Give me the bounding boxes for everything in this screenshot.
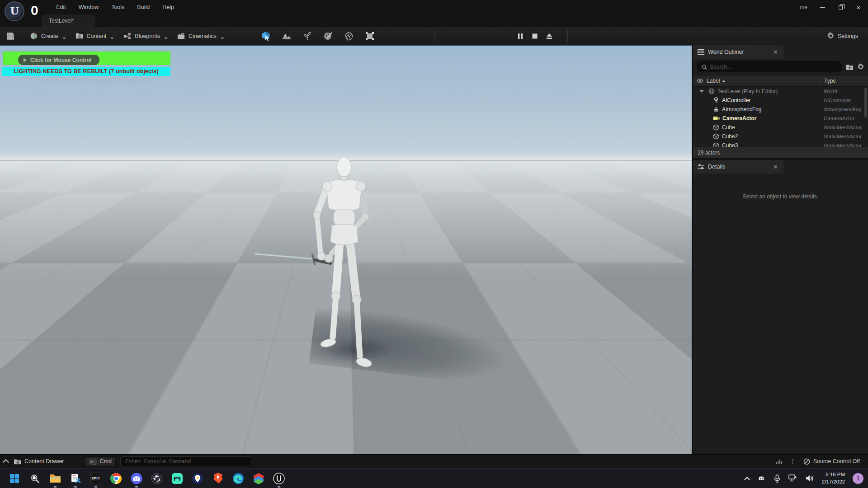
bluestacks-icon[interactable] (252, 472, 265, 485)
outliner-row-cube3[interactable]: Cube3 StaticMeshActor (693, 141, 868, 147)
close-icon[interactable]: ✕ (772, 49, 779, 56)
minimize-button[interactable] (819, 4, 826, 10)
cinematics-button[interactable]: Cinematics (172, 27, 229, 45)
content-button[interactable]: Content (71, 27, 119, 45)
user-label: me (800, 4, 807, 10)
tray-discord-icon[interactable] (757, 474, 766, 483)
3d-viewport[interactable]: LIGHTING NEEDS TO BE REBUILT (7 unbuilt … (0, 45, 692, 454)
play-controls (505, 33, 565, 40)
tray-volume-icon[interactable] (805, 474, 814, 482)
menu-tools[interactable]: Tools (105, 0, 131, 14)
more-options-icon[interactable]: ⋮ (790, 458, 796, 465)
fog-icon (713, 106, 719, 113)
details-empty-text: Select an object to view details. (693, 193, 868, 200)
expand-statusbar-icon[interactable] (3, 459, 9, 465)
modeling-mode-icon[interactable] (364, 31, 375, 42)
obs-icon[interactable] (151, 472, 163, 485)
performance-graph-icon[interactable] (775, 458, 783, 465)
outliner-search[interactable] (697, 61, 842, 72)
discord-icon[interactable] (130, 472, 143, 485)
status-bar: Content Drawer >_ Cmd ⋮ Source Control O… (0, 454, 868, 468)
unreal-engine-logo-icon[interactable]: U (5, 1, 24, 21)
outliner-row-cameraactor[interactable]: CameraActor CameraActor (693, 114, 868, 123)
epic-games-icon[interactable]: EPIC (90, 472, 102, 485)
brave-icon[interactable] (212, 472, 224, 485)
create-cube-icon (29, 32, 38, 40)
outliner-row-testlevel[interactable]: TestLevel (Play In Editor) World (693, 87, 868, 96)
windows-start-icon[interactable] (8, 472, 21, 485)
eject-button[interactable] (546, 33, 553, 40)
mouse-control-hint[interactable]: Click for Mouse Control (18, 55, 99, 65)
visibility-eye-icon[interactable] (693, 79, 707, 83)
suppress-hint: Use DisableAllScreenMessages to suppress (43, 77, 146, 83)
console-command-input[interactable] (120, 456, 251, 466)
windows-search-icon[interactable] (28, 472, 41, 485)
play-triangle-icon (24, 58, 27, 62)
terminal-icon: >_ (89, 459, 97, 465)
snipping-tool-icon[interactable] (69, 472, 82, 485)
outliner-icon (698, 49, 704, 55)
select-mode-icon[interactable] (260, 31, 271, 42)
tab-world-outliner[interactable]: World Outliner ✕ (693, 45, 783, 59)
pause-button[interactable] (517, 33, 524, 40)
search-input[interactable] (710, 64, 837, 70)
add-folder-icon[interactable] (846, 64, 854, 70)
tab-testlevel[interactable]: TestLevel* (42, 14, 95, 27)
source-control-button[interactable]: Source Control Off (803, 458, 860, 465)
save-button[interactable] (0, 27, 19, 45)
edge-icon[interactable] (232, 472, 245, 485)
medal-icon[interactable] (171, 472, 184, 485)
content-drawer-button[interactable]: Content Drawer (14, 458, 64, 465)
content-folder-icon (75, 32, 84, 40)
menu-build[interactable]: Build (131, 0, 156, 14)
tab-details[interactable]: Details ✕ (693, 160, 783, 174)
outliner-column-header: Label Type (693, 75, 868, 87)
close-icon[interactable]: ✕ (772, 164, 779, 170)
details-sliders-icon (698, 164, 704, 170)
tracker-pin-app-icon[interactable] (191, 472, 204, 485)
lighting-warning-bar: LIGHTING NEEDS TO BE REBUILT (7 unbuilt … (2, 67, 170, 76)
settings-button[interactable]: Settings (827, 32, 868, 40)
taskbar-clock[interactable]: 5:16 PM 2/17/2022 (822, 471, 845, 485)
create-button[interactable]: Create (25, 27, 71, 45)
tray-microphone-icon[interactable] (774, 474, 781, 483)
column-label[interactable]: Label (707, 78, 820, 84)
chrome-icon[interactable] (110, 472, 123, 485)
outliner-row-aicontroller[interactable]: AIController AIController (693, 96, 868, 105)
world-icon (708, 88, 715, 94)
tray-network-icon[interactable] (788, 474, 797, 482)
close-button[interactable]: × (855, 4, 862, 10)
outliner-settings-gear-icon[interactable] (857, 63, 864, 70)
tray-hidden-icons-chevron[interactable] (744, 477, 750, 483)
fracture-mode-icon[interactable] (344, 31, 354, 42)
editor-modes-group (260, 31, 375, 42)
restore-button[interactable] (837, 4, 844, 10)
tray-time: 5:16 PM (822, 471, 845, 479)
toolbar-separator (434, 30, 434, 42)
outliner-row-atmosphericfog[interactable]: AtmosphericFog AtmosphericFog (693, 105, 868, 114)
search-icon (702, 64, 707, 70)
column-type[interactable]: Type (820, 78, 868, 84)
menu-window[interactable]: Window (72, 0, 105, 14)
notification-count-badge[interactable]: 1 (853, 473, 863, 484)
blueprints-button[interactable]: Blueprints (118, 27, 172, 45)
sword (255, 252, 333, 264)
menu-help[interactable]: Help (156, 0, 180, 14)
foliage-mode-icon[interactable] (302, 31, 313, 42)
menu-edit[interactable]: Edit (50, 0, 72, 14)
outliner-row-cube[interactable]: Cube StaticMeshActor (693, 123, 868, 132)
right-panel: World Outliner ✕ Label Type (693, 45, 868, 454)
cmd-button[interactable]: >_ Cmd (85, 456, 116, 466)
file-explorer-icon[interactable] (49, 472, 61, 485)
stop-button[interactable] (531, 33, 538, 40)
landscape-mode-icon[interactable] (281, 31, 292, 42)
tab-row: TestLevel* (0, 14, 868, 27)
mesh-paint-mode-icon[interactable] (323, 31, 334, 42)
no-entry-icon (803, 458, 810, 465)
sort-ascending-icon (722, 80, 726, 82)
unreal-engine-icon[interactable] (273, 472, 285, 485)
outliner-scrollbar[interactable] (864, 88, 867, 117)
outliner-row-cube2[interactable]: Cube2 StaticMeshActor (693, 132, 868, 141)
expand-caret-icon[interactable] (699, 90, 704, 93)
content-drawer-icon (14, 458, 21, 465)
